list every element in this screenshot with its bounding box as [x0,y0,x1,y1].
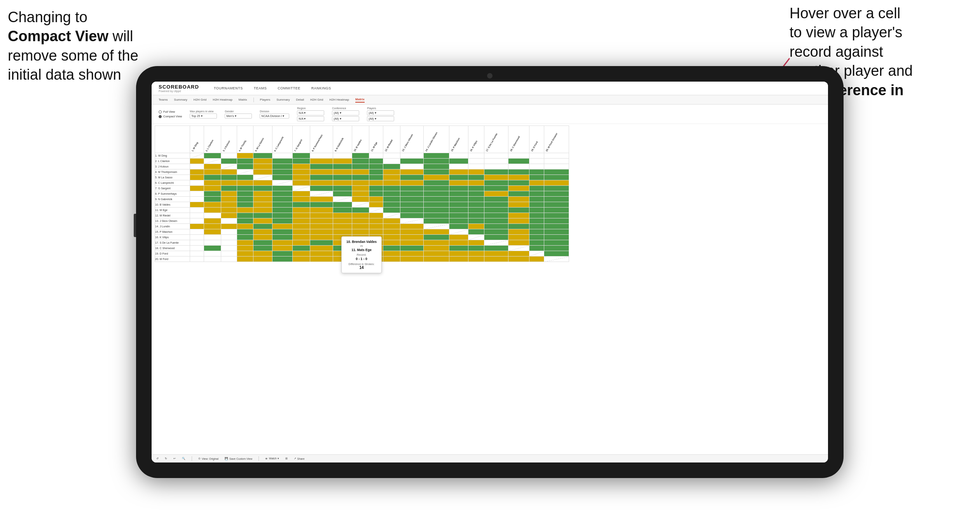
matrix-cell[interactable] [221,159,237,164]
matrix-cell[interactable] [221,208,237,213]
matrix-cell[interactable] [237,224,253,229]
matrix-cell[interactable] [400,246,424,251]
matrix-cell[interactable] [529,251,544,257]
matrix-cell[interactable] [253,197,273,202]
matrix-cell[interactable] [333,180,352,186]
matrix-cell[interactable] [272,257,292,262]
nav-teams[interactable]: TEAMS [254,86,267,91]
matrix-cell[interactable] [310,159,333,164]
matrix-cell[interactable] [484,191,508,197]
matrix-cell[interactable] [272,235,292,240]
matrix-cell[interactable] [310,169,333,175]
matrix-cell[interactable] [383,240,400,246]
matrix-cell[interactable] [508,186,529,191]
matrix-cell[interactable] [383,257,400,262]
matrix-cell[interactable] [468,159,484,164]
matrix-cell[interactable] [468,186,484,191]
matrix-cell[interactable] [237,246,253,251]
matrix-cell[interactable] [253,208,273,213]
matrix-cell[interactable] [484,197,508,202]
matrix-cell[interactable] [529,224,544,229]
matrix-cell[interactable] [468,175,484,180]
sub-tab-matrix1[interactable]: Matrix [239,97,247,102]
matrix-cell[interactable] [508,235,529,240]
matrix-cell[interactable] [424,186,449,191]
region-select2[interactable]: N/A ▾ [297,116,324,121]
matrix-cell[interactable] [190,191,204,197]
matrix-cell[interactable] [272,191,292,197]
region-select1[interactable]: N/A ▾ [297,110,324,115]
matrix-cell[interactable] [221,175,237,180]
matrix-cell[interactable] [468,153,484,159]
nav-rankings[interactable]: RANKINGS [311,86,331,91]
matrix-cell[interactable] [544,164,569,169]
matrix-cell[interactable] [253,164,273,169]
matrix-cell[interactable] [333,224,352,229]
matrix-cell[interactable] [293,175,310,180]
matrix-cell[interactable] [508,246,529,251]
matrix-cell[interactable] [272,180,292,186]
players-select1[interactable]: (All) ▾ [367,110,394,115]
matrix-cell[interactable] [204,246,221,251]
matrix-cell[interactable] [383,197,400,202]
matrix-cell[interactable] [529,202,544,208]
matrix-cell[interactable] [544,202,569,208]
matrix-cell[interactable] [424,257,449,262]
matrix-cell[interactable] [204,153,221,159]
matrix-cell[interactable] [310,240,333,246]
matrix-cell[interactable] [369,186,383,191]
matrix-cell[interactable] [204,186,221,191]
matrix-cell[interactable] [369,197,383,202]
matrix-cell[interactable] [221,197,237,202]
sub-tab-h2hgrid2[interactable]: H2H Grid [310,97,323,102]
matrix-cell[interactable] [468,218,484,224]
matrix-cell[interactable] [310,197,333,202]
matrix-cell[interactable] [293,191,310,197]
matrix-cell[interactable] [333,213,352,218]
matrix-cell[interactable] [310,175,333,180]
matrix-cell[interactable] [253,169,273,175]
matrix-cell[interactable] [333,191,352,197]
matrix-cell[interactable] [544,191,569,197]
matrix-cell[interactable] [190,175,204,180]
matrix-cell[interactable] [529,164,544,169]
matrix-cell[interactable] [508,257,529,262]
matrix-cell[interactable] [484,257,508,262]
matrix-cell[interactable] [221,213,237,218]
matrix-cell[interactable] [400,175,424,180]
matrix-cell[interactable] [424,153,449,159]
matrix-cell[interactable] [449,169,468,175]
matrix-cell[interactable] [253,186,273,191]
matrix-cell[interactable] [383,251,400,257]
matrix-cell[interactable] [190,169,204,175]
matrix-cell[interactable] [400,202,424,208]
matrix-cell[interactable] [204,180,221,186]
matrix-cell[interactable] [293,202,310,208]
matrix-cell[interactable] [237,175,253,180]
matrix-cell[interactable] [204,235,221,240]
matrix-cell[interactable] [204,159,221,164]
matrix-cell[interactable] [333,218,352,224]
matrix-cell[interactable] [190,229,204,235]
matrix-cell[interactable] [272,175,292,180]
sub-tab-h2hgrid1[interactable]: H2H Grid [194,97,206,102]
matrix-cell[interactable] [272,251,292,257]
matrix-cell[interactable] [293,208,310,213]
matrix-cell[interactable] [333,229,352,235]
matrix-cell[interactable] [529,257,544,262]
matrix-cell[interactable] [204,202,221,208]
matrix-cell[interactable] [204,213,221,218]
matrix-cell[interactable] [424,240,449,246]
matrix-cell[interactable] [237,169,253,175]
matrix-cell[interactable] [352,208,369,213]
matrix-cell[interactable] [190,164,204,169]
matrix-cell[interactable] [352,218,369,224]
matrix-cell[interactable] [544,218,569,224]
matrix-cell[interactable] [310,224,333,229]
matrix-cell[interactable] [369,202,383,208]
sub-tab-summary1[interactable]: Summary [174,97,187,102]
matrix-cell[interactable] [221,180,237,186]
matrix-cell[interactable] [449,229,468,235]
matrix-cell[interactable] [310,235,333,240]
matrix-cell[interactable] [221,229,237,235]
